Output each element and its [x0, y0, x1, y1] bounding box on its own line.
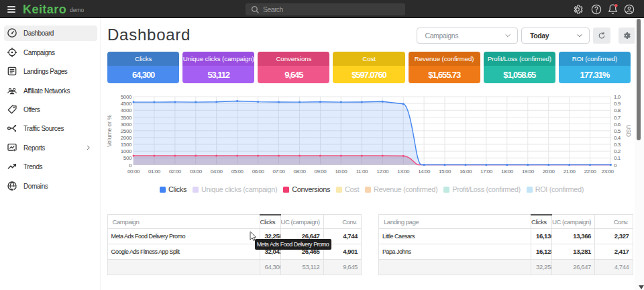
svg-text:06:00: 06:00	[252, 168, 265, 175]
svg-text:1000: 1000	[121, 148, 132, 154]
svg-text:08:00: 08:00	[294, 168, 307, 175]
svg-text:1500: 1500	[121, 142, 132, 148]
svg-text:USD: USD	[625, 125, 631, 137]
svg-text:4500: 4500	[121, 101, 132, 107]
svg-text:00:00: 00:00	[127, 168, 140, 175]
svg-text:03:00: 03:00	[190, 168, 203, 175]
svg-text:0.3: 0.3	[614, 142, 621, 148]
svg-text:0.7: 0.7	[614, 115, 621, 121]
svg-text:0.6: 0.6	[614, 122, 621, 128]
svg-text:1.0: 1.0	[614, 94, 621, 100]
svg-text:04:00: 04:00	[211, 168, 223, 175]
svg-text:15:00: 15:00	[439, 168, 451, 175]
svg-text:22:00: 22:00	[584, 168, 597, 175]
svg-text:5000: 5000	[121, 94, 132, 100]
svg-text:10:00: 10:00	[335, 168, 347, 175]
svg-text:0.4: 0.4	[614, 135, 621, 141]
svg-text:11:00: 11:00	[356, 168, 368, 175]
svg-text:3000: 3000	[121, 122, 132, 128]
svg-text:0.2: 0.2	[614, 148, 621, 154]
svg-text:16:00: 16:00	[460, 168, 472, 175]
svg-text:17:00: 17:00	[480, 168, 493, 175]
svg-text:07:00: 07:00	[273, 168, 286, 175]
svg-text:14:00: 14:00	[418, 168, 431, 175]
svg-text:02:00: 02:00	[169, 168, 182, 175]
svg-text:0: 0	[129, 162, 132, 168]
svg-text:19:00: 19:00	[522, 168, 535, 175]
svg-text:09:00: 09:00	[315, 168, 327, 175]
svg-text:21:00: 21:00	[564, 168, 576, 175]
svg-text:0.9: 0.9	[614, 101, 621, 107]
svg-text:20:00: 20:00	[543, 168, 555, 175]
svg-text:05:00: 05:00	[231, 168, 244, 175]
svg-text:500: 500	[123, 155, 132, 161]
svg-text:Volume or %: Volume or %	[107, 114, 113, 147]
svg-text:2500: 2500	[121, 128, 132, 134]
svg-text:4000: 4000	[121, 107, 132, 113]
svg-text:01:00: 01:00	[148, 168, 161, 175]
svg-text:0: 0	[614, 162, 617, 168]
svg-text:0.8: 0.8	[614, 107, 621, 113]
svg-text:0.1: 0.1	[614, 155, 621, 161]
svg-text:3500: 3500	[121, 115, 132, 121]
svg-text:12:00: 12:00	[376, 168, 389, 175]
svg-text:13:00: 13:00	[397, 168, 410, 175]
svg-text:23:00: 23:00	[602, 168, 614, 175]
svg-text:2000: 2000	[121, 135, 132, 141]
svg-text:18:00: 18:00	[501, 168, 514, 175]
svg-text:0.5: 0.5	[614, 128, 621, 134]
